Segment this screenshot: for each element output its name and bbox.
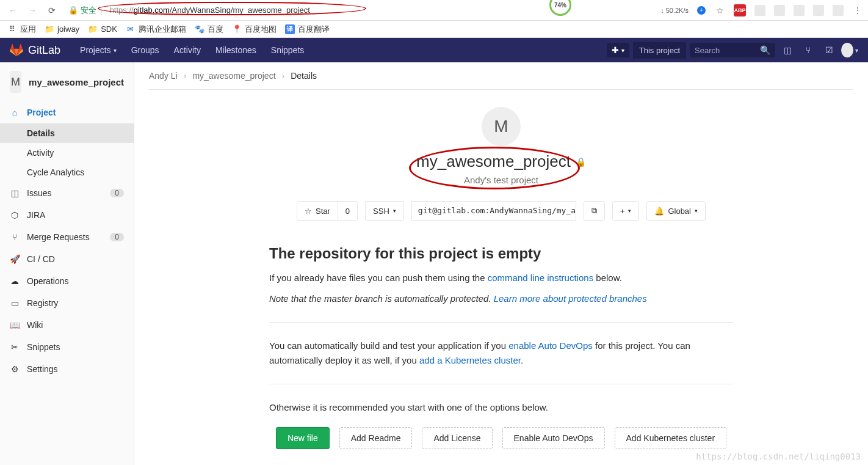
nav-projects[interactable]: Projects ▾ <box>73 38 124 62</box>
paw-icon: 🐾 <box>195 24 204 34</box>
folder-icon: 📁 <box>88 24 98 34</box>
chevron-down-icon: ▾ <box>621 47 624 54</box>
folder-icon: 📁 <box>45 24 54 34</box>
bookmark-baidu[interactable]: 🐾百度 <box>195 24 223 35</box>
breadcrumb-project[interactable]: my_awesome_project <box>192 71 275 81</box>
secure-label: 安全 <box>81 5 96 16</box>
mr-count-badge: 0 <box>110 233 124 241</box>
extension-icon[interactable] <box>774 5 785 16</box>
search-box[interactable]: 🔍 <box>690 43 775 57</box>
browser-reload-button[interactable]: ⟳ <box>44 2 60 18</box>
nav-activity[interactable]: Activity <box>167 38 208 62</box>
chevron-down-icon: ▾ <box>855 47 858 54</box>
gitlab-logo-icon <box>10 43 23 57</box>
bookmark-mail[interactable]: ✉腾讯企业邮箱 <box>126 24 186 35</box>
lock-icon: 🔒 <box>576 157 586 167</box>
chrome-menu-icon[interactable]: ⋮ <box>852 5 863 16</box>
project-avatar: M <box>482 107 521 146</box>
sidebar-sub-details[interactable]: Details <box>0 123 134 143</box>
extension-icon[interactable] <box>833 5 844 16</box>
chevron-down-icon: ▾ <box>393 208 396 214</box>
add-readme-button[interactable]: Add Readme <box>339 427 413 449</box>
user-menu[interactable]: ▾ <box>841 42 858 59</box>
breadcrumb-current: Details <box>291 71 317 81</box>
browser-url[interactable]: https://gitlab.com/AndyWannaSing/my_awes… <box>110 5 310 15</box>
sidebar-item-snippets[interactable]: ✂Snippets <box>0 336 134 358</box>
abp-extension-icon[interactable]: ABP <box>734 4 746 16</box>
extension-icon[interactable] <box>813 5 824 16</box>
main-content: Andy Li › my_awesome_project › Details M… <box>134 62 868 465</box>
rocket-icon: 🚀 <box>10 254 20 264</box>
browser-address-bar: ← → ⟳ 🔒 安全 | https://gitlab.com/AndyWann… <box>0 0 868 21</box>
sidebar-sub-cycle-analytics[interactable]: Cycle Analytics <box>0 163 134 182</box>
extension-icon[interactable] <box>754 5 765 16</box>
sidebar-item-cicd[interactable]: 🚀CI / CD <box>0 248 134 270</box>
bookmark-baidu-translate[interactable]: 译百度翻译 <box>285 24 330 35</box>
bookmark-joiway[interactable]: 📁joiway <box>45 24 79 34</box>
empty-repo-p1: If you already have files you can push t… <box>269 271 733 285</box>
nav-groups[interactable]: Groups <box>124 38 167 62</box>
nav-snippets[interactable]: Snippets <box>264 38 311 62</box>
search-scope-select[interactable]: This project <box>633 42 686 59</box>
merge-icon: ⑂ <box>10 232 20 242</box>
bookmark-sdk[interactable]: 📁SDK <box>88 24 117 34</box>
avatar <box>841 43 853 57</box>
add-license-button[interactable]: Add License <box>422 427 492 449</box>
bookmark-baidu-map[interactable]: 📍百度地图 <box>232 24 277 35</box>
clone-protocol-dropdown[interactable]: SSH ▾ <box>365 201 404 221</box>
bookmark-star-icon[interactable]: ☆ <box>714 5 725 16</box>
browser-forward-button[interactable]: → <box>24 2 40 18</box>
bell-icon: 🔔 <box>654 207 664 216</box>
divider <box>269 322 733 323</box>
enable-auto-devops-link[interactable]: enable Auto DevOps <box>508 340 593 351</box>
sidebar-project-header[interactable]: M my_awesome_project <box>0 62 134 101</box>
book-icon: 📖 <box>10 320 20 330</box>
project-title: my_awesome_project 🔒 <box>416 152 586 171</box>
cli-instructions-link[interactable]: command line instructions <box>488 273 593 283</box>
nav-milestones[interactable]: Milestones <box>208 38 264 62</box>
gitlab-logo[interactable]: GitLab <box>10 43 60 57</box>
lock-icon: 🔒 <box>68 5 78 15</box>
new-dropdown[interactable]: ✚▾ <box>607 43 629 57</box>
sidebar-item-issues[interactable]: ◫Issues0 <box>0 182 134 204</box>
star-button[interactable]: ☆Star <box>297 201 338 221</box>
extension-icon[interactable] <box>794 5 805 16</box>
merge-requests-icon[interactable]: ⑂ <box>800 42 817 59</box>
add-k8s-cluster-link[interactable]: add a Kubernetes cluster <box>419 355 521 365</box>
quick-actions: New file Add Readme Add License Enable A… <box>269 427 733 449</box>
project-avatar-letter: M <box>10 71 21 93</box>
sidebar-item-jira[interactable]: ⬡JIRA <box>0 204 134 226</box>
sidebar-item-settings[interactable]: ⚙Settings <box>0 358 134 380</box>
clone-url-input[interactable]: git@gitlab.com:AndyWannaSing/my_aw <box>411 201 576 221</box>
enable-auto-devops-button[interactable]: Enable Auto DevOps <box>502 427 605 449</box>
sidebar-item-operations[interactable]: ☁Operations <box>0 270 134 292</box>
apps-icon: ⠿ <box>7 24 17 34</box>
todos-icon[interactable]: ☑ <box>820 42 837 59</box>
issues-icon[interactable]: ◫ <box>779 42 796 59</box>
add-k8s-cluster-button[interactable]: Add Kubernetes cluster <box>615 427 727 449</box>
sidebar-item-wiki[interactable]: 📖Wiki <box>0 314 134 336</box>
project-description: Andy's test project <box>149 175 853 185</box>
scissors-icon: ✂ <box>10 342 20 352</box>
chevron-right-icon: › <box>282 71 285 81</box>
breadcrumb-user[interactable]: Andy Li <box>149 71 178 81</box>
sidebar-item-project[interactable]: ⌂Project <box>0 101 134 123</box>
sidebar-item-merge-requests[interactable]: ⑂Merge Requests0 <box>0 226 134 248</box>
sidebar-sub-activity[interactable]: Activity <box>0 143 134 163</box>
browser-back-button[interactable]: ← <box>5 2 21 18</box>
star-icon: ☆ <box>305 207 312 216</box>
project-actions: ☆Star 0 SSH ▾ git@gitlab.com:AndyWannaSi… <box>149 201 853 221</box>
notification-dropdown[interactable]: 🔔Global ▾ <box>646 201 706 221</box>
add-dropdown-button[interactable]: + ▾ <box>612 201 640 221</box>
bookmark-apps[interactable]: ⠿应用 <box>7 24 36 35</box>
copy-url-button[interactable]: ⧉ <box>584 201 605 221</box>
home-icon: ⌂ <box>10 108 20 117</box>
sidebar-item-registry[interactable]: ▭Registry <box>0 292 134 314</box>
gear-icon: ⚙ <box>10 364 20 374</box>
search-input[interactable] <box>695 46 760 55</box>
protected-branches-link[interactable]: Learn more about protected branches <box>494 293 647 304</box>
empty-repo-p4: Otherwise it is recommended you start wi… <box>269 400 733 415</box>
new-file-button[interactable]: New file <box>276 427 330 449</box>
issues-count-badge: 0 <box>110 189 124 197</box>
divider <box>269 384 733 384</box>
